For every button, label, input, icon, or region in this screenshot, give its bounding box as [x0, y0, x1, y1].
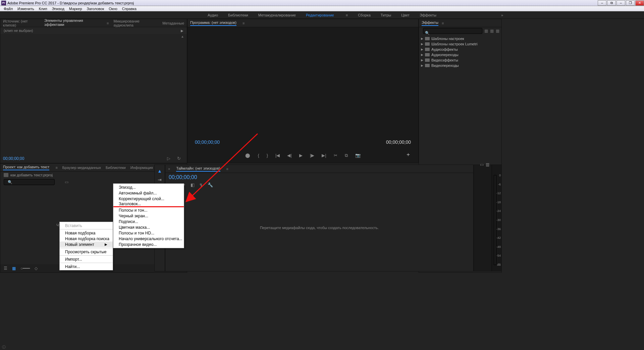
menu-справка[interactable]: Справка [122, 7, 137, 11]
program-tab[interactable]: Программа: (нет эпизодов) [190, 20, 236, 26]
menu-item-7[interactable]: Цветная маска... [113, 224, 184, 230]
workspace-1[interactable]: Библиотеки [228, 13, 248, 17]
restore-button[interactable]: ❐ [626, 0, 635, 6]
menu-item-10[interactable]: Найти... [60, 264, 113, 269]
project-tab-0[interactable]: Проект: как добавить текст [3, 165, 49, 170]
menu-item-6[interactable]: Подписи... [113, 219, 184, 224]
close-tab-icon[interactable]: × [168, 167, 170, 171]
transport-btn-2[interactable]: } [267, 153, 268, 158]
source-tab-2[interactable]: Микширование аудиоклипа [113, 19, 158, 27]
menu-item-3[interactable]: Новая подборка поиска [60, 236, 113, 242]
thumb-view-icon[interactable]: ▦ [12, 266, 16, 271]
effects-folder-1[interactable]: ▶Шаблоны настроек Lumetri [421, 41, 499, 47]
effects-folder-0[interactable]: ▶Шаблоны настроек [421, 36, 499, 41]
menu-item-9[interactable]: Начало универсального отсчета... [113, 236, 184, 242]
hamburger-icon[interactable]: ≡ [107, 21, 109, 25]
source-tab-1[interactable]: Элементы управления эффектами [44, 18, 101, 28]
timeline-body[interactable]: Перетащите медиафайлы сюда, чтобы создат… [165, 184, 473, 271]
menu-маркер[interactable]: Маркер [69, 7, 82, 11]
transport-btn-3[interactable]: |◀ [275, 153, 280, 158]
menu-item-1[interactable]: Автономный файл... [113, 190, 184, 196]
close-button[interactable]: ✕ [635, 0, 644, 6]
track-select-tool-icon[interactable]: ⇥ [158, 177, 162, 182]
effects-folder-3[interactable]: ▶Аудиопереходы [421, 52, 499, 57]
hamburger-icon[interactable]: ≡ [243, 21, 245, 25]
project-tab-3[interactable]: Информация [130, 166, 153, 170]
transport-btn-8[interactable]: ✂ [334, 153, 337, 158]
program-tc-left[interactable]: 00;00;00;00 [195, 139, 220, 145]
project-tab-1[interactable]: Браузер медиаданных [62, 166, 101, 170]
menu-файл[interactable]: Файл [4, 7, 13, 11]
menu-item-4[interactable]: Полосы и тон... [113, 207, 184, 213]
selection-tool-icon[interactable]: ▲ [157, 168, 162, 174]
project-tab-2[interactable]: Библиотеки [106, 166, 126, 170]
play-arrow-icon[interactable]: ▶ [181, 29, 183, 33]
yuv-filter-icon[interactable]: ▦ [496, 29, 499, 33]
source-footer-icons[interactable]: ▷ ↻ [167, 156, 183, 161]
transport-btn-9[interactable]: ⧉ [345, 153, 348, 158]
panel-icon[interactable]: ▥ [486, 162, 489, 167]
transport-btn-4[interactable]: ◀| [287, 153, 291, 158]
scroll-up-icon[interactable]: ▲ [181, 35, 184, 38]
transport-btn-5[interactable]: ▶ [299, 153, 303, 158]
zoom-slider-icon[interactable]: ○━━━ [20, 266, 30, 271]
effects-folder-5[interactable]: ▶Видеопереходы [421, 63, 499, 68]
transport-btn-0[interactable]: ⬤ [245, 153, 250, 158]
source-tab-0[interactable]: Источник: (нет клипов) [3, 19, 40, 27]
effect-controls-header: (клип не выбран) ▶ [0, 27, 187, 34]
effects-folder-2[interactable]: ▶Аудиоэффекты [421, 47, 499, 52]
effects-search-input[interactable] [423, 28, 482, 34]
maximize-button[interactable]: ⧉ [607, 0, 616, 6]
workspace-2[interactable]: Метажурналирование [258, 13, 296, 17]
source-tab-3[interactable]: Метаданные [162, 21, 184, 25]
fx-filter-icon[interactable]: ▦ [490, 29, 494, 33]
hamburger-icon[interactable]: ≡ [442, 21, 444, 25]
chevron-right-icon[interactable]: » [501, 13, 503, 17]
menu-item-4[interactable]: Новый элемент▶ [60, 242, 113, 247]
menu-item-2[interactable]: Корректирующий слой... [113, 196, 184, 202]
list-view-icon[interactable]: ☰ [4, 266, 7, 271]
timeline-tab[interactable]: Таймлайн: (нет эпизодов) [176, 166, 220, 172]
effects-tree: ▶Шаблоны настроек▶Шаблоны настроек Lumet… [419, 35, 501, 70]
effects-folder-4[interactable]: ▶Видеоэффекты [421, 57, 499, 63]
workspace-7[interactable]: Эффекты [420, 13, 436, 17]
menu-item-8[interactable]: Полосы и тон HD... [113, 230, 184, 236]
menu-item-2[interactable]: Новая подборка [60, 230, 113, 236]
menu-item-8[interactable]: Импорт... [60, 256, 113, 262]
source-timecode[interactable]: 00;00;00;00 [3, 156, 24, 161]
preset-filter-icon[interactable]: ▦ [484, 29, 488, 33]
workspace-5[interactable]: Титры [381, 13, 391, 17]
workspace-0[interactable]: Аудио [208, 13, 218, 17]
menu-эпизод[interactable]: Эпизод [52, 7, 64, 11]
menu-окно[interactable]: Окно [109, 7, 117, 11]
hamburger-icon[interactable]: ≡ [226, 167, 228, 171]
transport-btn-10[interactable]: 📷 [355, 153, 361, 158]
menu-item-10[interactable]: Прозрачное видео... [113, 242, 184, 247]
effects-tab[interactable]: Эффекты [422, 20, 438, 26]
transport-btn-6[interactable]: |▶ [310, 153, 314, 158]
hamburger-icon[interactable]: ≡ [346, 13, 348, 17]
status-bar: ⓘ [0, 344, 644, 350]
folder-label: Видеопереходы [431, 63, 459, 68]
camera-icon[interactable]: ▭ [65, 180, 68, 184]
sort-icon[interactable]: ◇ [35, 266, 38, 271]
transport-btn-1[interactable]: { [258, 153, 259, 158]
transport-btn-7[interactable]: ▶| [322, 153, 326, 158]
minimize-button[interactable]: – [598, 0, 606, 6]
hamburger-icon[interactable]: ≡ [55, 166, 57, 170]
menu-клип[interactable]: Клип [39, 7, 47, 11]
menu-изменить[interactable]: Изменить [17, 7, 34, 11]
folder-icon[interactable]: ▭ [480, 162, 484, 167]
workspace-3[interactable]: Редактирование [306, 13, 334, 17]
timeline-timecode[interactable]: 00;00;00;00 [165, 173, 473, 182]
menu-item-6[interactable]: Просмотреть скрытые [60, 249, 113, 255]
workspace-4[interactable]: Сборка [358, 13, 371, 17]
menu-item-0[interactable]: Эпизод... [113, 184, 184, 190]
minimize2-button[interactable]: – [616, 0, 625, 6]
info-icon[interactable]: ⓘ [2, 345, 6, 350]
add-button-icon[interactable]: ＋ [406, 151, 411, 158]
menu-заголовок[interactable]: Заголовок [87, 7, 104, 11]
menu-item-3[interactable]: Заголовок... [113, 202, 184, 207]
workspace-6[interactable]: Цвет [401, 13, 410, 17]
menu-item-5[interactable]: Черный экран... [113, 213, 184, 219]
